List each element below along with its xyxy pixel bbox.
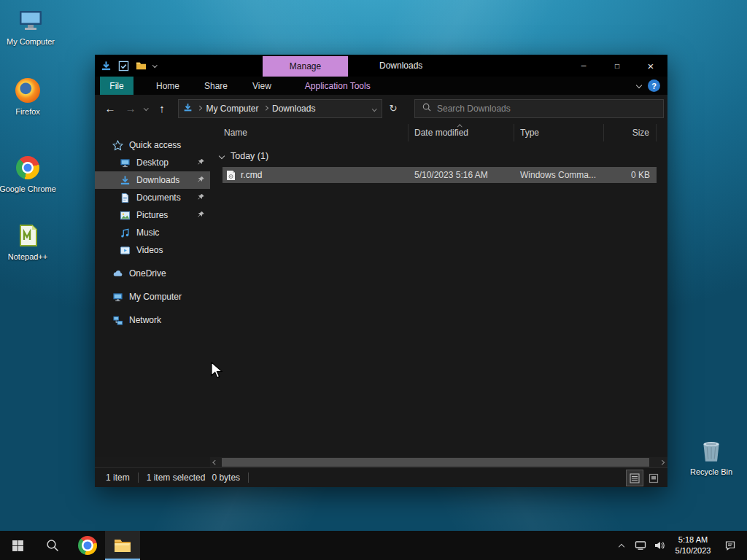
pin-icon xyxy=(197,211,205,219)
desktop-icon-notepad-plus-plus[interactable]: Notepad++ xyxy=(0,222,58,261)
file-size-cell: 0 KB xyxy=(604,170,657,180)
sidebar-item-videos[interactable]: Videos xyxy=(95,241,210,259)
desktop-icon-label: Firefox xyxy=(15,107,40,116)
window-title: Downloads xyxy=(379,55,422,77)
file-name: r.cmd xyxy=(241,170,262,180)
desktop-icon-firefox[interactable]: Firefox xyxy=(0,77,58,116)
column-header-type[interactable]: Type xyxy=(514,124,604,141)
horizontal-scrollbar[interactable] xyxy=(210,457,667,467)
search-icon xyxy=(46,539,59,552)
scrollbar-track[interactable] xyxy=(221,457,657,467)
taskbar-clock[interactable]: 5:18 AM 5/10/2023 xyxy=(670,531,716,560)
manage-contextual-tab[interactable]: Manage xyxy=(263,56,348,77)
onedrive-cloud-icon xyxy=(112,268,123,279)
taskbar: 5:18 AM 5/10/2023 xyxy=(0,531,747,560)
star-icon xyxy=(112,140,123,151)
maximize-button[interactable]: □ xyxy=(600,55,634,77)
search-box[interactable] xyxy=(414,99,664,118)
desktop-icon-google-chrome[interactable]: Google Chrome xyxy=(0,155,58,193)
column-header-size[interactable]: Size xyxy=(604,124,657,141)
my-computer-icon xyxy=(18,7,44,34)
search-input[interactable] xyxy=(437,104,656,114)
ribbon-collapse-chevron-icon[interactable] xyxy=(636,82,642,88)
column-headers: Name Date modified Type Size xyxy=(210,124,667,141)
action-center-button[interactable] xyxy=(718,531,743,560)
status-bar: 1 item 1 item selected 0 bytes xyxy=(95,467,667,487)
help-icon[interactable]: ? xyxy=(648,79,660,92)
windows-logo-icon xyxy=(12,540,24,552)
sidebar-item-music[interactable]: Music xyxy=(95,224,210,241)
details-view-button[interactable] xyxy=(627,470,643,486)
sidebar-item-desktop[interactable]: Desktop xyxy=(95,154,210,171)
breadcrumb-chevron-icon[interactable] xyxy=(263,106,268,110)
documents-icon xyxy=(120,192,131,203)
clock-time: 5:18 AM xyxy=(678,534,708,545)
sidebar-item-label: OneDrive xyxy=(129,268,166,279)
window-controls: – □ × xyxy=(567,55,667,77)
volume-tray-icon[interactable] xyxy=(651,531,668,560)
status-divider xyxy=(138,472,139,483)
address-dropdown-chevron-icon[interactable] xyxy=(372,106,376,111)
breadcrumb-my-computer[interactable]: My Computer xyxy=(206,104,259,114)
sidebar-item-label: Quick access xyxy=(129,140,181,150)
tab-application-tools[interactable]: Application Tools xyxy=(293,77,383,95)
videos-icon xyxy=(120,245,131,256)
breadcrumb-chevron-icon[interactable] xyxy=(197,106,201,110)
qat-properties-icon[interactable] xyxy=(118,61,129,71)
status-selection-size: 0 bytes xyxy=(212,472,240,483)
qat-new-folder-icon[interactable] xyxy=(136,61,147,71)
desktop-monitor-icon xyxy=(120,158,131,168)
desktop-icon-label: Notepad++ xyxy=(8,252,47,261)
tab-view[interactable]: View xyxy=(240,77,284,95)
location-downloads-icon xyxy=(183,103,193,114)
close-button[interactable]: × xyxy=(634,55,667,77)
sidebar-item-pictures[interactable]: Pictures xyxy=(95,206,210,224)
sidebar-item-downloads[interactable]: Downloads xyxy=(95,171,210,189)
file-name-cell: r.cmd xyxy=(222,170,409,181)
minimize-button[interactable]: – xyxy=(567,55,600,77)
action-center-icon xyxy=(724,540,736,551)
network-tray-icon[interactable] xyxy=(632,531,649,560)
desktop-icon-my-computer[interactable]: My Computer xyxy=(0,7,61,46)
tab-home[interactable]: Home xyxy=(144,77,192,95)
chrome-icon xyxy=(15,155,41,181)
address-row: ← → ↑ My Computer Downloads ↻ xyxy=(95,95,667,122)
sidebar-item-network[interactable]: Network xyxy=(95,311,210,329)
taskbar-chrome-button[interactable] xyxy=(70,531,105,560)
tab-file[interactable]: File xyxy=(100,77,133,95)
taskbar-search-button[interactable] xyxy=(35,531,70,560)
refresh-button[interactable]: ↻ xyxy=(382,99,404,118)
column-header-date-modified[interactable]: Date modified xyxy=(409,124,514,141)
scrollbar-thumb[interactable] xyxy=(222,458,649,467)
group-header-today[interactable]: Today (1) xyxy=(220,151,667,161)
large-icons-view-button[interactable] xyxy=(646,470,662,486)
tray-show-hidden-icons-button[interactable] xyxy=(613,531,630,560)
qat-customize-chevron-icon[interactable] xyxy=(152,63,157,67)
back-button[interactable]: ← xyxy=(99,99,121,118)
group-collapse-chevron-icon[interactable] xyxy=(219,153,225,159)
up-button[interactable]: ↑ xyxy=(152,99,172,118)
address-bar[interactable]: My Computer Downloads xyxy=(178,99,382,118)
start-button[interactable] xyxy=(0,531,35,560)
sidebar-item-onedrive[interactable]: OneDrive xyxy=(95,265,210,282)
recent-locations-chevron-icon[interactable] xyxy=(140,99,152,118)
scroll-left-arrow-icon[interactable] xyxy=(210,457,221,467)
sidebar-item-documents[interactable]: Documents xyxy=(95,189,210,206)
column-header-name[interactable]: Name xyxy=(210,124,409,141)
scroll-right-arrow-icon[interactable] xyxy=(657,457,667,467)
search-icon xyxy=(422,103,431,114)
tab-share[interactable]: Share xyxy=(192,77,240,95)
sidebar-item-label: Music xyxy=(136,228,159,238)
navigation-pane: Quick access Desktop Downloads xyxy=(95,122,210,457)
sidebar-item-quick-access[interactable]: Quick access xyxy=(95,136,210,154)
sidebar-item-my-computer[interactable]: My Computer xyxy=(95,288,210,306)
file-row-selected[interactable]: r.cmd 5/10/2023 5:16 AM Windows Comma...… xyxy=(222,167,657,183)
view-toggles xyxy=(627,470,662,486)
taskbar-explorer-button[interactable] xyxy=(105,531,140,560)
breadcrumb-downloads[interactable]: Downloads xyxy=(272,104,315,114)
file-explorer-icon xyxy=(114,538,131,553)
downloads-icon xyxy=(120,175,131,186)
desktop-icon-recycle-bin[interactable]: Recycle Bin xyxy=(681,438,742,476)
cmd-file-icon xyxy=(226,170,236,181)
forward-button[interactable]: → xyxy=(121,99,140,118)
